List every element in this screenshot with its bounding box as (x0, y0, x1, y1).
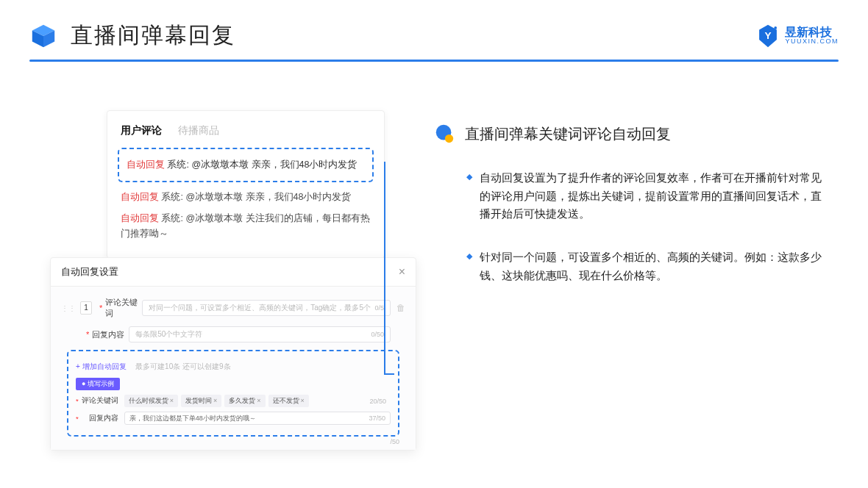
delete-icon[interactable]: 🗑 (396, 303, 405, 313)
tag-remove-icon: × (213, 397, 217, 404)
example-reply-label: 回复内容 (82, 414, 118, 423)
keyword-input[interactable]: 对同一个问题，可设置多个相近、高频的关键词，Tag确定，最多5个 0/5 (142, 300, 391, 316)
keyword-row: ⋮⋮ 1 * 评论关键词 对同一个问题，可设置多个相近、高频的关键词，Tag确定… (61, 297, 405, 319)
header: 直播间弹幕回复 Y 昱新科技 YUUXIN.COM (0, 0, 868, 51)
comments-card: 用户评论 待播商品 自动回复 系统: @冰墩墩本墩 亲亲，我们48小时内发货 自… (107, 110, 385, 259)
diamond-icon: ◆ (466, 172, 472, 223)
cube-icon (29, 22, 57, 50)
required-star-icon: * (99, 304, 102, 312)
section-title: 直播间弹幕关键词评论自动回复 (465, 124, 671, 144)
keyword-counter: 0/5 (374, 304, 384, 312)
example-reply-counter: 37/50 (369, 415, 385, 422)
example-badge: ● 填写示例 (76, 378, 120, 390)
keyword-label: 评论关键词 (105, 297, 142, 319)
reply-label: 回复内容 (92, 329, 129, 340)
settings-card: 自动回复设置 × ⋮⋮ 1 * 评论关键词 对同一个问题，可设置多个相近、高频的… (50, 257, 416, 451)
reply-row: * 回复内容 每条限50个中文字符 0/50 (61, 326, 405, 342)
row-number: 1 (80, 301, 92, 315)
highlighted-comment: 自动回复 系统: @冰墩墩本墩 亲亲，我们48小时内发货 (118, 148, 374, 182)
example-keyword-label: 评论关键词 (82, 396, 118, 406)
tag[interactable]: 还不发货× (268, 395, 309, 407)
reply-input[interactable]: 每条限50个中文字符 0/50 (129, 326, 391, 342)
diamond-icon: ◆ (466, 251, 472, 284)
bullet-text: 自动回复设置为了提升作者的评论回复效率，作者可在开播前针对常见的评论用户问题，提… (480, 169, 831, 223)
drag-handle-icon[interactable]: ⋮⋮ (61, 304, 76, 312)
add-row: + 增加自动回复 最多可建10条 还可以创建9条 (76, 359, 391, 372)
brand-name-cn: 昱新科技 (785, 26, 839, 39)
settings-body: ⋮⋮ 1 * 评论关键词 对同一个问题，可设置多个相近、高频的关键词，Tag确定… (51, 287, 416, 450)
close-icon[interactable]: × (399, 265, 405, 279)
comment-text: 系统: @冰墩墩本墩 亲亲，我们48小时内发货 (161, 192, 351, 202)
bullet-text: 针对同一个问题，可设置多个相近的、高频的关键词。例如：这款多少钱、这块能优惠吗、… (480, 248, 831, 284)
svg-text:Y: Y (765, 30, 772, 41)
bullet-item: ◆ 针对同一个问题，可设置多个相近的、高频的关键词。例如：这款多少钱、这块能优惠… (466, 248, 831, 284)
stray-counter: /50 (390, 438, 399, 445)
connector-line (384, 373, 394, 375)
example-reply-row: * 回复内容 亲，我们这边都是下单48小时内发货的哦～ 37/50 (76, 412, 391, 425)
add-hint: 最多可建10条 还可以创建9条 (135, 362, 230, 370)
bullet-item: ◆ 自动回复设置为了提升作者的评论回复效率，作者可在开播前针对常见的评论用户问题… (466, 169, 831, 223)
comment-line: 自动回复 系统: @冰墩墩本墩 亲亲，我们48小时内发货 (121, 190, 371, 205)
comment-line: 自动回复 系统: @冰墩墩本墩 亲亲，我们48小时内发货 (127, 157, 365, 173)
tag[interactable]: 多久发货× (224, 395, 265, 407)
example-reply-input[interactable]: 亲，我们这边都是下单48小时内发货的哦～ 37/50 (124, 412, 391, 425)
tag-remove-icon: × (301, 397, 305, 404)
required-star-icon: * (86, 330, 89, 339)
bubble-icon (434, 123, 455, 144)
right-column: 直播间弹幕关键词评论自动回复 ◆ 自动回复设置为了提升作者的评论回复效率，作者可… (434, 123, 831, 309)
tab-pending-products[interactable]: 待播商品 (178, 124, 219, 137)
brand: Y 昱新科技 YUUXIN.COM (755, 24, 839, 49)
divider (29, 60, 839, 62)
example-frame: + 增加自动回复 最多可建10条 还可以创建9条 ● 填写示例 * 评论关键词 … (67, 350, 399, 437)
comment-line: 自动回复 系统: @冰墩墩本墩 关注我们的店铺，每日都有热门推荐呦～ (121, 211, 371, 243)
page-title: 直播间弹幕回复 (71, 21, 235, 51)
required-star-icon: * (76, 415, 79, 423)
settings-header: 自动回复设置 × (51, 258, 416, 287)
section-head: 直播间弹幕关键词评论自动回复 (434, 123, 831, 144)
example-keyword-counter: 20/50 (369, 398, 386, 405)
connector-line (384, 162, 385, 373)
tag-remove-icon: × (170, 397, 174, 404)
comment-text: 系统: @冰墩墩本墩 亲亲，我们48小时内发货 (167, 159, 357, 170)
tag-remove-icon: × (257, 397, 260, 404)
auto-reply-tag: 自动回复 (127, 159, 165, 170)
auto-reply-tag: 自动回复 (121, 192, 159, 202)
tag[interactable]: 发货时间× (181, 395, 221, 407)
reply-counter: 0/50 (371, 331, 384, 338)
brand-icon: Y (755, 24, 780, 49)
tag[interactable]: 什么时候发货× (124, 395, 178, 407)
placeholder: 每条限50个中文字符 (135, 329, 202, 340)
svg-point-6 (445, 134, 453, 143)
add-auto-reply-link[interactable]: + 增加自动回复 (76, 362, 127, 370)
placeholder: 对同一个问题，可设置多个相近、高频的关键词，Tag确定，最多5个 (149, 303, 371, 313)
required-star-icon: * (76, 397, 79, 405)
auto-reply-tag: 自动回复 (121, 213, 159, 223)
example-reply-value: 亲，我们这边都是下单48小时内发货的哦～ (129, 414, 256, 423)
settings-title: 自动回复设置 (61, 265, 118, 279)
mockup-stage: 用户评论 待播商品 自动回复 系统: @冰墩墩本墩 亲亲，我们48小时内发货 自… (44, 103, 427, 470)
svg-point-4 (775, 26, 778, 29)
brand-name-en: YUUXIN.COM (785, 38, 839, 46)
bullet-list: ◆ 自动回复设置为了提升作者的评论回复效率，作者可在开播前针对常见的评论用户问题… (434, 169, 831, 284)
tab-user-comments[interactable]: 用户评论 (121, 124, 162, 137)
tabs: 用户评论 待播商品 (121, 124, 371, 137)
example-keyword-row: * 评论关键词 什么时候发货× 发货时间× 多久发货× 还不发货× 20/50 (76, 395, 391, 407)
